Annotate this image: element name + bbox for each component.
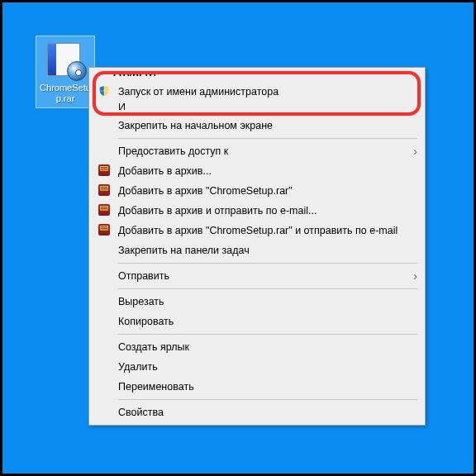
chevron-right-icon: › <box>413 269 417 283</box>
context-menu: Открыть Запуск от имени администратора И… <box>88 67 426 426</box>
desktop-icon-chromesetup[interactable]: ChromeSetup.rar <box>36 36 95 108</box>
winrar-icon <box>95 204 113 218</box>
menu-item-archive-chromesetup-and-email[interactable]: Добавить в архив "ChromeSetup.rar" и отп… <box>92 221 422 240</box>
menu-item-send-to[interactable]: Отправить › <box>92 266 422 286</box>
separator <box>118 288 417 289</box>
shield-icon <box>95 85 113 99</box>
menu-item-rename[interactable]: Переименовать <box>92 377 422 397</box>
menu-item-pin-to-taskbar[interactable]: Закрепить на панели задач <box>92 240 422 260</box>
menu-item-properties[interactable]: Свойства <box>92 402 422 422</box>
menu-item-add-to-archive[interactable]: Добавить в архив... <box>92 161 422 181</box>
separator <box>118 263 417 264</box>
desktop-background: ChromeSetup.rar Открыть Запуск от имени … <box>0 0 476 476</box>
winrar-icon <box>95 164 113 178</box>
winrar-icon <box>95 224 113 238</box>
menu-item-add-to-chromesetup-rar[interactable]: Добавить в архив "ChromeSetup.rar" <box>92 181 422 201</box>
menu-item-cut[interactable]: Вырезать <box>92 292 422 312</box>
menu-item-open-clipped[interactable]: Открыть <box>92 70 422 82</box>
separator <box>118 138 417 139</box>
separator <box>118 399 417 400</box>
menu-item-run-as-administrator[interactable]: Запуск от имени администратора <box>92 82 422 102</box>
separator <box>118 112 417 113</box>
menu-item-troubleshoot-clipped[interactable]: И <box>118 102 422 110</box>
menu-item-create-shortcut[interactable]: Создать ярлык <box>92 337 422 357</box>
menu-item-archive-and-email[interactable]: Добавить в архив и отправить по e-mail..… <box>92 201 422 221</box>
menu-item-delete[interactable]: Удалить <box>92 357 422 377</box>
menu-item-copy[interactable]: Копировать <box>92 312 422 331</box>
installer-icon <box>45 40 85 79</box>
separator <box>118 334 417 335</box>
winrar-icon <box>95 184 113 198</box>
desktop-icon-label: ChromeSetup.rar <box>40 83 91 104</box>
chevron-right-icon: › <box>413 145 417 158</box>
menu-item-pin-to-start[interactable]: Закрепить на начальном экране <box>92 116 422 136</box>
menu-item-share-access[interactable]: Предоставить доступ к › <box>92 141 422 161</box>
